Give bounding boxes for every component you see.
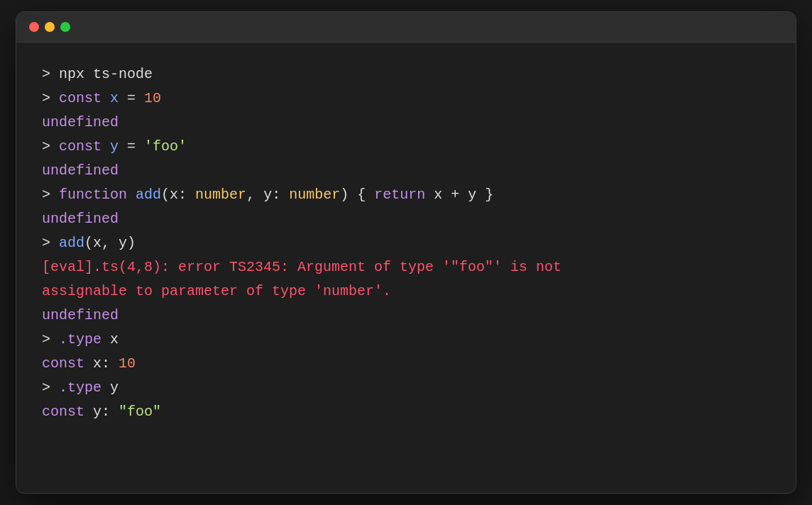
prompt-1: >	[42, 66, 59, 82]
line-cmd1: > npx ts-node	[42, 62, 770, 87]
line-cmd7: > .type y	[42, 376, 770, 400]
line-res2: const y: "foo"	[42, 400, 770, 424]
line-out4: undefined	[42, 304, 770, 328]
type-number-1: number	[195, 187, 246, 203]
line-err1: [eval].ts(4,8): error TS2345: Argument o…	[42, 255, 770, 279]
title-bar	[16, 12, 796, 43]
prompt-7: >	[42, 379, 59, 396]
num-10: 10	[144, 90, 161, 106]
line-out1: undefined	[42, 111, 770, 135]
res-val-foo: "foo"	[119, 404, 161, 420]
cmd-npx: npx ts-node	[59, 66, 153, 82]
line-cmd2: > const x = 10	[42, 87, 770, 111]
prompt-2: >	[42, 90, 59, 106]
line-cmd4: > function add(x: number, y: number) { r…	[42, 183, 770, 207]
kw-return: return	[374, 187, 425, 203]
op-1: =	[119, 90, 144, 106]
line-cmd3: > const y = 'foo'	[42, 135, 770, 159]
line-cmd5: > add(x, y)	[42, 231, 770, 255]
res-const-2: const	[42, 404, 84, 420]
kw-function: function	[59, 187, 127, 203]
maximize-button[interactable]	[60, 22, 70, 32]
res-const-1: const	[42, 355, 84, 372]
kw-const-2: const	[59, 138, 102, 155]
dot-type-2: .type	[59, 379, 102, 396]
terminal-window: > npx ts-node > const x = 10 undefined >…	[16, 11, 796, 494]
res-val-10: 10	[119, 355, 136, 372]
str-foo: 'foo'	[144, 138, 187, 155]
line-res1: const x: 10	[42, 352, 770, 376]
dot-type-1: .type	[59, 331, 102, 348]
close-button[interactable]	[29, 22, 39, 32]
prompt-6: >	[42, 331, 59, 348]
line-out3: undefined	[42, 207, 770, 231]
call-add: add	[59, 235, 84, 251]
terminal-body: > npx ts-node > const x = 10 undefined >…	[16, 43, 796, 444]
op-2: =	[119, 138, 144, 155]
var-y: y	[110, 138, 119, 155]
line-out2: undefined	[42, 159, 770, 183]
minimize-button[interactable]	[45, 22, 55, 32]
type-number-2: number	[289, 187, 340, 203]
prompt-4: >	[42, 187, 59, 203]
prompt-5: >	[42, 235, 59, 251]
line-err2: assignable to parameter of type 'number'…	[42, 279, 770, 304]
var-x: x	[110, 90, 119, 106]
space-2	[102, 138, 110, 155]
prompt-3: >	[42, 138, 59, 155]
func-add: add	[136, 187, 161, 203]
space-1	[102, 90, 110, 106]
line-cmd6: > .type x	[42, 328, 770, 352]
kw-const-1: const	[59, 90, 102, 106]
